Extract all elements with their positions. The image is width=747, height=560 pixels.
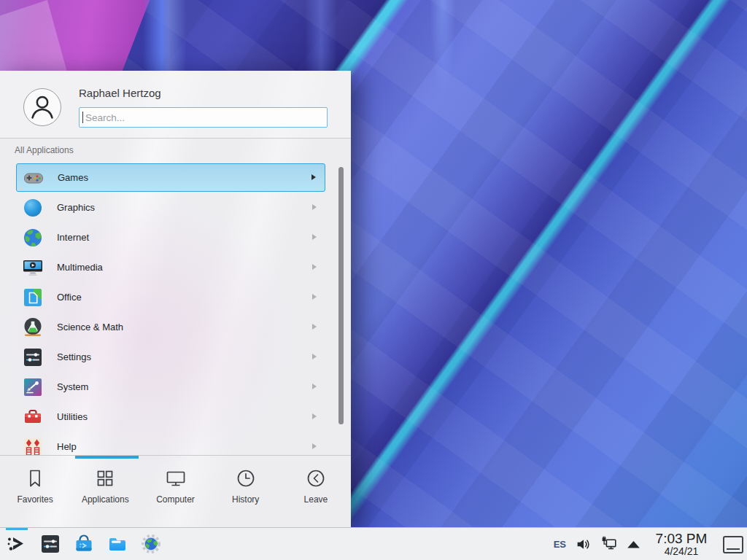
system-tray: ES 7:03 PM 4/24/21 bbox=[554, 528, 747, 560]
globe-icon bbox=[22, 227, 44, 249]
tray-expander-button[interactable] bbox=[625, 536, 642, 553]
gamepad-icon bbox=[23, 167, 44, 189]
tab-applications[interactable]: Applications bbox=[70, 460, 140, 514]
category-label: Help bbox=[57, 441, 77, 452]
tab-label: Leave bbox=[304, 494, 328, 505]
category-item-science-math[interactable]: Science & Math bbox=[16, 313, 325, 341]
computer-icon bbox=[165, 467, 187, 489]
submenu-arrow-icon bbox=[312, 324, 317, 330]
globe-gear-icon bbox=[140, 533, 162, 555]
show-desktop-button[interactable] bbox=[723, 536, 743, 553]
tab-label: History bbox=[232, 494, 259, 505]
wired-network-icon bbox=[600, 536, 617, 553]
category-label: System bbox=[57, 381, 88, 392]
submenu-arrow-icon bbox=[312, 413, 317, 419]
active-tab-underline bbox=[75, 456, 139, 459]
discover-bag-icon bbox=[73, 533, 95, 555]
submenu-arrow-icon bbox=[312, 204, 317, 210]
user-avatar[interactable] bbox=[23, 88, 61, 126]
file-manager-button[interactable] bbox=[102, 528, 133, 560]
category-item-graphics[interactable]: Graphics bbox=[16, 193, 325, 222]
category-item-office[interactable]: Office bbox=[16, 283, 325, 311]
category-item-utilities[interactable]: Utilities bbox=[16, 402, 325, 431]
clock-icon bbox=[235, 467, 257, 489]
submenu-arrow-icon bbox=[312, 264, 317, 270]
submenu-arrow-icon bbox=[312, 234, 317, 240]
application-launcher-popup: Raphael Hertzog All Applications Games bbox=[0, 71, 351, 527]
wallpaper-gloss-band bbox=[305, 0, 337, 71]
speaker-icon bbox=[576, 536, 592, 553]
text-caret bbox=[82, 112, 83, 123]
system-settings-button[interactable] bbox=[35, 528, 66, 560]
clock-date: 4/24/21 bbox=[650, 546, 713, 557]
taskbar-panel: ES 7:03 PM 4/24/21 bbox=[0, 527, 747, 560]
category-item-system[interactable]: System bbox=[16, 373, 325, 401]
settings-icon bbox=[39, 533, 61, 555]
category-label: Science & Math bbox=[57, 322, 123, 332]
scrollbar-thumb[interactable] bbox=[338, 167, 344, 424]
category-label: Office bbox=[57, 292, 82, 303]
tab-label: Favorites bbox=[17, 494, 53, 505]
application-launcher-button[interactable] bbox=[1, 528, 32, 560]
discover-button[interactable] bbox=[69, 528, 99, 560]
launcher-header: Raphael Hertzog bbox=[0, 71, 351, 139]
volume-button[interactable] bbox=[576, 536, 592, 553]
toolbox-icon bbox=[22, 406, 44, 428]
sliders-icon bbox=[22, 346, 44, 368]
digital-clock[interactable]: 7:03 PM 4/24/21 bbox=[650, 532, 713, 557]
section-label: All Applications bbox=[15, 145, 74, 155]
category-label: Settings bbox=[57, 351, 91, 362]
category-item-internet[interactable]: Internet bbox=[16, 223, 325, 252]
category-label: Graphics bbox=[57, 202, 95, 213]
tab-computer[interactable]: Computer bbox=[140, 460, 210, 514]
category-item-multimedia[interactable]: Multimedia bbox=[16, 253, 325, 281]
submenu-arrow-icon bbox=[311, 174, 316, 180]
active-task-indicator bbox=[6, 528, 28, 530]
web-browser-button[interactable] bbox=[136, 528, 166, 560]
sphere-icon bbox=[22, 197, 44, 219]
submenu-arrow-icon bbox=[312, 354, 317, 359]
wallpaper-gloss-band bbox=[425, 0, 460, 128]
category-label: Games bbox=[58, 172, 88, 183]
network-button[interactable] bbox=[600, 536, 617, 553]
tab-label: Applications bbox=[82, 494, 129, 505]
tabbar-divider bbox=[0, 455, 351, 456]
category-label: Utilities bbox=[57, 411, 88, 422]
kickoff-icon bbox=[6, 533, 28, 555]
category-item-games[interactable]: Games bbox=[16, 163, 325, 192]
flask-icon bbox=[22, 316, 44, 338]
clock-time: 7:03 PM bbox=[650, 532, 713, 546]
lifebuoy-icon bbox=[22, 436, 44, 456]
launcher-tab-bar: Favorites Applications Computer History bbox=[0, 460, 351, 514]
person-icon bbox=[24, 88, 61, 126]
search-input[interactable] bbox=[79, 107, 328, 128]
document-icon bbox=[22, 287, 44, 308]
monitor-play-icon bbox=[22, 257, 44, 279]
submenu-arrow-icon bbox=[312, 384, 317, 389]
submenu-arrow-icon bbox=[312, 443, 317, 449]
caret-up-icon bbox=[625, 536, 642, 553]
submenu-arrow-icon bbox=[312, 294, 317, 300]
category-item-settings[interactable]: Settings bbox=[16, 343, 325, 371]
folder-icon bbox=[107, 533, 128, 555]
leave-circle-icon bbox=[305, 467, 327, 489]
system-sliders-icon bbox=[22, 376, 44, 398]
category-label: Multimedia bbox=[57, 262, 103, 273]
user-name: Raphael Hertzog bbox=[79, 87, 161, 99]
bookmark-icon bbox=[24, 467, 46, 489]
wallpaper-gloss-band bbox=[143, 0, 188, 71]
category-list: Games Graphics Internet bbox=[0, 163, 351, 455]
tab-leave[interactable]: Leave bbox=[281, 460, 351, 514]
category-label: Internet bbox=[57, 232, 89, 243]
tab-label: Computer bbox=[156, 494, 195, 505]
tab-history[interactable]: History bbox=[211, 460, 281, 514]
grid-icon bbox=[94, 467, 116, 489]
keyboard-layout-indicator[interactable]: ES bbox=[554, 539, 566, 550]
tab-favorites[interactable]: Favorites bbox=[0, 460, 70, 514]
category-item-help[interactable]: Help bbox=[16, 432, 325, 455]
